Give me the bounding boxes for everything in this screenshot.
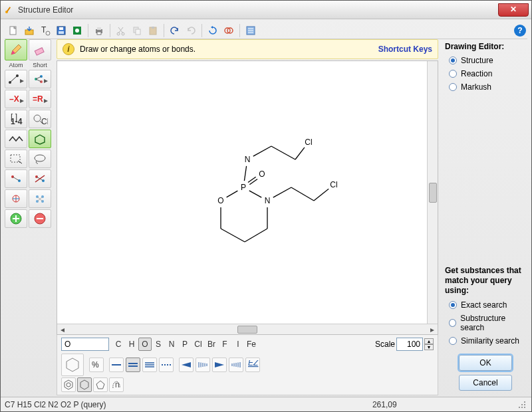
hint-text: Draw or change atoms or bonds. [80,45,196,54]
element-br-button[interactable]: Br [205,338,218,351]
scale-input[interactable] [396,338,423,351]
ez-button[interactable]: EZ [245,358,260,372]
list-button[interactable] [243,23,258,38]
svg-text:O: O [217,196,223,205]
cut-button[interactable] [114,23,128,38]
wedge-solid-rev-button[interactable] [212,358,227,372]
drawing-editor-heading: Drawing Editor: [445,42,526,51]
cyclopentane-button[interactable] [93,377,108,392]
mode-structure-radio[interactable]: Structure [449,56,526,65]
save-button[interactable] [54,23,68,38]
remove-tool[interactable] [29,209,51,228]
element-fe-button[interactable]: Fe [245,338,258,351]
wedge-hash-rev-button[interactable] [196,358,210,372]
mode-markush-radio[interactable]: Markush [449,82,526,92]
benzene-button[interactable] [61,377,76,392]
help-button[interactable]: ? [514,25,526,37]
print-button[interactable] [92,23,106,38]
ring-template-button[interactable] [61,354,84,376]
add-tool[interactable] [5,209,27,228]
element-cl-button[interactable]: Cl [192,338,205,351]
svg-line-76 [221,229,245,242]
svg-point-43 [34,115,41,122]
resize-grip[interactable] [517,399,527,410]
scale-label: Scale [375,340,395,349]
svg-line-79 [253,146,271,156]
svg-point-115 [66,383,70,387]
triple-bond-button[interactable] [142,358,157,372]
query-substructure-radio[interactable]: Substructure search [449,314,526,332]
generic-ring-button[interactable]: n [109,377,124,392]
svg-line-27 [10,76,17,82]
scale-down-button[interactable]: ▼ [424,344,434,350]
redo-button[interactable] [184,23,198,38]
copy-button[interactable] [130,23,144,38]
wedge-hash-button[interactable] [229,358,243,372]
dashed-bond-button[interactable] [159,358,174,372]
svg-marker-107 [215,362,224,367]
template-tool[interactable] [29,130,51,148]
short-mode-label: Short [29,62,51,68]
wedge-solid-button[interactable] [179,358,194,372]
text-tool-button[interactable]: T [38,23,53,38]
marquee-tool[interactable] [5,150,27,168]
query-similarity-radio[interactable]: Similarity search [449,336,526,346]
element-i-button[interactable]: I [231,338,245,351]
atom-dropdown-tool[interactable]: ▸ [5,70,27,88]
unmap-atoms-tool[interactable] [29,169,51,188]
query-exact-radio[interactable]: Exact search [449,300,526,310]
r-group-tool[interactable]: =R▸ [29,90,51,108]
canvas-column: i Draw or change atoms or bonds. Shortcu… [57,39,438,395]
map-atoms-tool[interactable] [5,169,27,188]
app-icon [3,5,14,15]
svg-text:O: O [259,169,265,179]
single-bond-button[interactable] [109,358,124,372]
bracket-tool[interactable]: [ ]1-4 [5,110,27,128]
svg-text:=R: =R [33,94,43,104]
svg-line-70 [227,191,238,197]
element-o-button[interactable]: O [138,338,152,351]
svg-text:▸: ▸ [20,76,24,85]
element-f-button[interactable]: F [218,338,231,351]
horizontal-scrollbar[interactable]: ◂▸ [57,324,438,334]
shortcut-keys-link[interactable]: Shortcut Keys [378,45,432,54]
element-row: CHOSNPClBrFIFe Scale ▲ ▼ [61,338,434,351]
cancel-button[interactable]: Cancel [459,375,512,391]
clean-tool[interactable] [29,189,51,208]
mode-reaction-radio[interactable]: Reaction [449,69,526,78]
element-n-button[interactable]: N [165,338,178,351]
pencil-tool[interactable] [5,39,27,60]
drawing-canvas[interactable]: POONNClCl [57,61,438,324]
svg-rect-7 [59,27,63,30]
paste-button[interactable] [146,23,160,38]
hint-bar: i Draw or change atoms or bonds. Shortcu… [57,39,438,59]
element-c-button[interactable]: C [112,338,125,351]
cyclohexane-button[interactable] [77,377,92,392]
top-toolbar: T ? [5,22,527,39]
stereo-tool[interactable] [5,189,27,208]
eraser-tool[interactable] [29,39,51,60]
element-p-button[interactable]: P [178,338,192,351]
import-button[interactable] [22,23,37,38]
chain-tool[interactable] [5,130,27,148]
new-file-button[interactable] [6,23,21,38]
svg-text:%: % [92,360,99,369]
ok-button[interactable]: OK [459,355,512,371]
svg-line-81 [295,148,305,159]
shortcut-dropdown-tool[interactable]: ▸ [29,70,51,88]
element-input[interactable] [61,338,109,351]
double-bond-button[interactable] [126,358,140,372]
view-button[interactable] [70,23,84,38]
x-group-tool[interactable]: –X▸ [5,90,27,108]
undo-button[interactable] [168,23,182,38]
vertical-scrollbar[interactable] [427,61,438,324]
refresh-button[interactable] [205,23,220,38]
element-s-button[interactable]: S [152,338,165,351]
scale-up-button[interactable]: ▲ [424,338,434,344]
overlap-button[interactable] [221,23,236,38]
window-close-button[interactable]: ✕ [498,3,529,17]
zoom-cl-tool[interactable]: Cl [29,110,51,128]
element-h-button[interactable]: H [125,338,138,351]
percent-button[interactable]: % [89,358,104,372]
lasso-tool[interactable] [29,150,51,168]
